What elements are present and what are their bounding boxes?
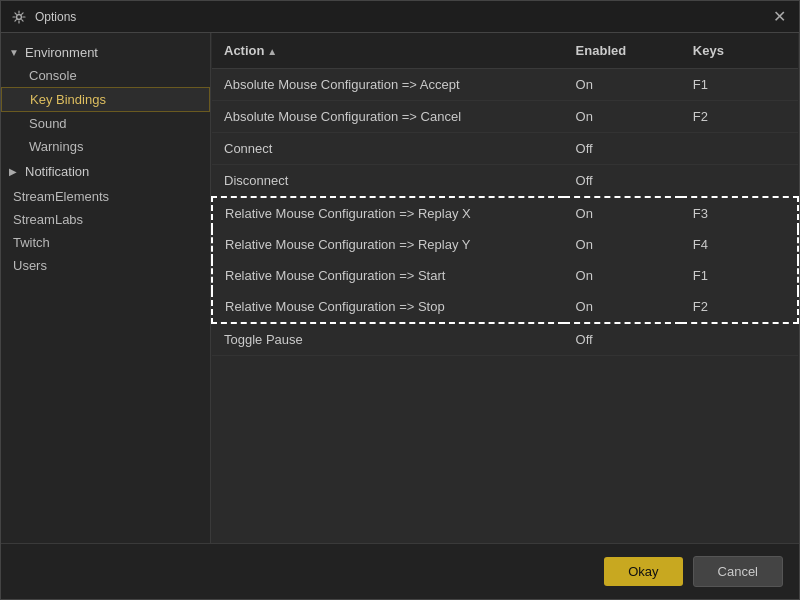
cancel-button[interactable]: Cancel	[693, 556, 783, 587]
cell-enabled: On	[564, 69, 681, 101]
table-row[interactable]: Relative Mouse Configuration => StartOnF…	[212, 260, 798, 291]
sidebar-section-notification: ▶ Notification	[1, 160, 210, 183]
cell-keys	[681, 165, 798, 198]
cell-enabled: On	[564, 260, 681, 291]
sidebar-label-environment: Environment	[25, 45, 98, 60]
sidebar-item-twitch[interactable]: Twitch	[1, 231, 210, 254]
cell-keys	[681, 133, 798, 165]
cell-action: Relative Mouse Configuration => Stop	[212, 291, 564, 323]
cell-enabled: Off	[564, 323, 681, 356]
sidebar-item-users[interactable]: Users	[1, 254, 210, 277]
okay-button[interactable]: Okay	[604, 557, 682, 586]
cell-keys	[681, 323, 798, 356]
cell-keys: F2	[681, 291, 798, 323]
cell-action: Disconnect	[212, 165, 564, 198]
content-area: ▼ Environment Console Key Bindings Sound…	[1, 33, 799, 543]
cell-keys: F3	[681, 197, 798, 229]
cell-enabled: On	[564, 197, 681, 229]
chevron-down-icon: ▼	[9, 47, 21, 58]
sidebar-section-environment: ▼ Environment Console Key Bindings Sound…	[1, 41, 210, 158]
table-container: Action Enabled Keys Absolute Mouse Confi…	[211, 33, 799, 543]
cell-keys: F1	[681, 260, 798, 291]
cell-action: Relative Mouse Configuration => Start	[212, 260, 564, 291]
table-row[interactable]: DisconnectOff	[212, 165, 798, 198]
title-bar: Options ✕	[1, 1, 799, 33]
table-row[interactable]: Relative Mouse Configuration => Replay X…	[212, 197, 798, 229]
close-button[interactable]: ✕	[769, 7, 789, 27]
footer: Okay Cancel	[1, 543, 799, 599]
table-row[interactable]: Absolute Mouse Configuration => CancelOn…	[212, 101, 798, 133]
table-header-row: Action Enabled Keys	[212, 33, 798, 69]
cell-enabled: Off	[564, 165, 681, 198]
cell-keys: F2	[681, 101, 798, 133]
cell-enabled: On	[564, 291, 681, 323]
column-keys[interactable]: Keys	[681, 33, 798, 69]
main-content: Action Enabled Keys Absolute Mouse Confi…	[211, 33, 799, 543]
column-action[interactable]: Action	[212, 33, 564, 69]
column-enabled[interactable]: Enabled	[564, 33, 681, 69]
sidebar-item-stream-elements[interactable]: StreamElements	[1, 185, 210, 208]
title-bar-left: Options	[11, 9, 76, 25]
cell-enabled: Off	[564, 133, 681, 165]
sidebar: ▼ Environment Console Key Bindings Sound…	[1, 33, 211, 543]
sidebar-label-notification: Notification	[25, 164, 89, 179]
sidebar-item-notification[interactable]: ▶ Notification	[1, 160, 210, 183]
cell-action: Absolute Mouse Configuration => Cancel	[212, 101, 564, 133]
cell-action: Toggle Pause	[212, 323, 564, 356]
key-bindings-table: Action Enabled Keys Absolute Mouse Confi…	[211, 33, 799, 356]
options-icon	[11, 9, 27, 25]
sidebar-item-warnings[interactable]: Warnings	[1, 135, 210, 158]
cell-enabled: On	[564, 101, 681, 133]
table-row[interactable]: Toggle PauseOff	[212, 323, 798, 356]
sidebar-item-console[interactable]: Console	[1, 64, 210, 87]
table-row[interactable]: Absolute Mouse Configuration => AcceptOn…	[212, 69, 798, 101]
sidebar-item-stream-labs[interactable]: StreamLabs	[1, 208, 210, 231]
cell-action: Relative Mouse Configuration => Replay X	[212, 197, 564, 229]
table-row[interactable]: Relative Mouse Configuration => StopOnF2	[212, 291, 798, 323]
sidebar-item-environment[interactable]: ▼ Environment	[1, 41, 210, 64]
sidebar-item-sound[interactable]: Sound	[1, 112, 210, 135]
cell-action: Relative Mouse Configuration => Replay Y	[212, 229, 564, 260]
table-body: Absolute Mouse Configuration => AcceptOn…	[212, 69, 798, 356]
table-row[interactable]: Relative Mouse Configuration => Replay Y…	[212, 229, 798, 260]
cell-keys: F1	[681, 69, 798, 101]
dialog-title: Options	[35, 10, 76, 24]
cell-action: Connect	[212, 133, 564, 165]
options-dialog: Options ✕ ▼ Environment Console Key Bind…	[0, 0, 800, 600]
chevron-right-icon: ▶	[9, 166, 21, 177]
table-row[interactable]: ConnectOff	[212, 133, 798, 165]
svg-point-0	[17, 14, 22, 19]
cell-action: Absolute Mouse Configuration => Accept	[212, 69, 564, 101]
sidebar-item-key-bindings[interactable]: Key Bindings	[1, 87, 210, 112]
cell-enabled: On	[564, 229, 681, 260]
cell-keys: F4	[681, 229, 798, 260]
